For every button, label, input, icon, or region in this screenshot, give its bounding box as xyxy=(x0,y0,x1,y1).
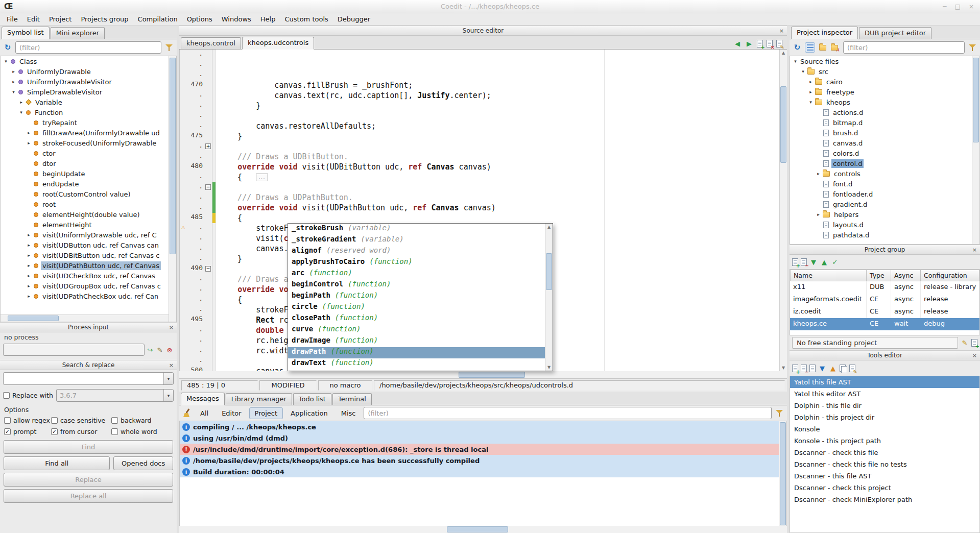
expander-icon[interactable]: ▾ xyxy=(3,59,9,64)
expander-icon[interactable]: ▸ xyxy=(26,232,32,237)
option-allow-regex[interactable]: allow regex xyxy=(4,417,51,424)
tree-item-uniformlydrawable[interactable]: ▸UniformlyDrawable xyxy=(1,66,169,77)
message-row[interactable]: !/usr/include/dmd/druntime/import/core/e… xyxy=(180,444,779,455)
tree-item-controls[interactable]: ▸controls xyxy=(790,168,972,179)
messages-vscrollbar[interactable] xyxy=(779,421,786,526)
menu-item-custom-tools[interactable]: Custom tools xyxy=(280,14,332,24)
add-source-icon[interactable] xyxy=(818,42,828,53)
scroll-up-icon[interactable]: ▲ xyxy=(780,50,787,56)
expander-icon[interactable]: ▸ xyxy=(10,69,17,74)
completion-item-strokebrush[interactable]: _strokeBrush(variable) xyxy=(288,224,545,235)
tree-item-function[interactable]: ▾Function xyxy=(1,107,169,117)
expander-icon[interactable]: ▸ xyxy=(807,79,814,84)
tree-item-endupdate[interactable]: endUpdate xyxy=(1,179,169,189)
project-row-imageformats-coedit[interactable]: imageformats.coeditCEasyncrelease xyxy=(790,294,979,306)
symbol-filter-options-icon[interactable] xyxy=(164,42,174,53)
tree-item-font-d[interactable]: font.d xyxy=(790,179,972,189)
code-line[interactable]: override void visit(UDPathButton udc, re… xyxy=(219,203,787,213)
checkbox[interactable]: ✓ xyxy=(51,428,58,435)
maximize-button[interactable]: □ xyxy=(955,3,961,10)
checkbox[interactable] xyxy=(51,417,58,424)
filter-project[interactable]: Project xyxy=(249,407,283,419)
folded-code-icon[interactable]: ... xyxy=(256,174,268,181)
tree-item-visit-udbitbutton-udc-ref-canvas-c[interactable]: ▸visit(UDBitButton udc, ref Canvas c xyxy=(1,250,169,260)
tree-item-beginupdate[interactable]: beginUpdate xyxy=(1,168,169,179)
tree-item-control-d[interactable]: control.d xyxy=(790,158,972,168)
completion-item-circle[interactable]: circle(function) xyxy=(288,302,545,313)
refresh-project-icon[interactable]: ↻ xyxy=(792,42,802,53)
tab-terminal[interactable]: Terminal xyxy=(332,393,372,405)
search-term-combo[interactable]: ▾ xyxy=(3,372,174,385)
tree-item-simpledrawablevisitor[interactable]: ▾SimpleDrawableVisitor xyxy=(1,87,169,97)
option-prompt[interactable]: ✓prompt xyxy=(4,428,51,435)
message-row[interactable]: iBuild duration: 00:00:04 xyxy=(180,466,779,477)
next-editor-icon[interactable]: ▶ xyxy=(745,39,753,47)
tool-item-konsole-this-project-path[interactable]: Konsole - this project path xyxy=(790,435,979,447)
expander-icon[interactable]: ▸ xyxy=(807,89,814,94)
tree-item-root[interactable]: root xyxy=(1,199,169,209)
message-row[interactable]: i/home/basile/dev/projects/kheops/kheops… xyxy=(180,455,779,466)
tree-item-filldrawarea-uniformlydrawable-ud[interactable]: ▸fillDrawArea(UniformlyDrawable ud xyxy=(1,128,169,138)
code-line[interactable]: } xyxy=(219,131,787,141)
column-header-async[interactable]: Async xyxy=(891,270,921,281)
kill-process-icon[interactable]: ⊗ xyxy=(165,346,174,354)
move-tool-up-icon[interactable]: ▲ xyxy=(829,364,837,372)
tab-dub-project-editor[interactable]: DUB project editor xyxy=(859,27,931,39)
move-project-up-icon[interactable]: ▲ xyxy=(820,258,828,266)
clone-tool-icon[interactable] xyxy=(840,365,847,372)
edit-free-project-icon[interactable]: ✎ xyxy=(961,339,969,347)
project-filter-input[interactable] xyxy=(843,41,965,54)
file-tree-vscrollbar[interactable] xyxy=(972,56,979,244)
completion-item-begincontrol[interactable]: beginControl(function) xyxy=(288,280,545,291)
editor-tab-kheops-control[interactable]: kheops.control xyxy=(181,37,241,49)
code-line[interactable] xyxy=(219,182,787,192)
code-line[interactable]: } xyxy=(219,101,787,111)
remove-tool-icon[interactable] xyxy=(801,365,807,372)
completion-item-alignof[interactable]: alignof(reserved word) xyxy=(288,246,545,257)
replace-with-checkbox[interactable] xyxy=(3,392,10,399)
edit-input-icon[interactable]: ✎ xyxy=(156,346,164,354)
menu-item-file[interactable]: File xyxy=(2,14,22,24)
remove-source-icon[interactable]: × xyxy=(830,42,841,53)
tree-view-toggle-icon[interactable] xyxy=(805,42,815,53)
fold-minus-icon[interactable]: − xyxy=(205,184,211,190)
tree-item-visit-uniformlydrawable-udc-ref-c[interactable]: ▸visit(UniformlyDrawable udc, ref C xyxy=(1,230,169,240)
column-header-name[interactable]: Name xyxy=(790,270,867,281)
expander-icon[interactable]: ▸ xyxy=(26,253,32,258)
project-row-x11[interactable]: x11DUBasyncrelease - library xyxy=(790,281,979,294)
tree-item-dtor[interactable]: dtor xyxy=(1,158,169,168)
symbol-tree-hscrollbar[interactable] xyxy=(1,314,169,322)
menu-item-projects-group[interactable]: Projects group xyxy=(76,14,133,24)
opened-docs-button[interactable]: Opened docs xyxy=(113,456,173,470)
tree-item-visit-udpathcheckbox-udc-ref-can[interactable]: ▸visit(UDPathCheckBox udc, ref Can xyxy=(1,291,169,301)
find-all-button[interactable]: Find all xyxy=(4,456,110,470)
tree-item-gradient-d[interactable]: gradient.d xyxy=(790,199,972,209)
edit-tool-icon[interactable] xyxy=(849,365,855,372)
tree-item-variable[interactable]: ▸Variable xyxy=(1,97,169,107)
completion-item-applybrushtocairo[interactable]: applyBrushToCairo(function) xyxy=(288,257,545,269)
code-line[interactable]: { xyxy=(219,213,787,223)
expander-icon[interactable]: ▾ xyxy=(807,100,814,105)
completion-item-closepath[interactable]: closePath(function) xyxy=(288,313,545,325)
close-tools-editor-icon[interactable]: × xyxy=(972,352,977,359)
completion-item-drawpath[interactable]: drawPath(function) xyxy=(288,347,545,358)
tree-item-visit-udcheckbox-udc-ref-canvas[interactable]: ▸visit(UDCheckBox udc, ref Canvas xyxy=(1,271,169,281)
close-document-icon[interactable] xyxy=(767,40,773,47)
code-line[interactable]: canvas.text(rc, udc.caption[], Justify.c… xyxy=(219,90,787,101)
clear-messages-icon[interactable] xyxy=(182,408,192,418)
symbol-tree-vscrollbar[interactable] xyxy=(169,56,176,322)
move-tool-down-icon[interactable]: ▼ xyxy=(818,364,826,372)
tree-item-class[interactable]: ▾Class xyxy=(1,56,169,66)
filter-misc[interactable]: Misc xyxy=(336,407,362,419)
code-line[interactable] xyxy=(219,141,787,152)
project-filter-options-icon[interactable] xyxy=(967,42,977,53)
add-free-project-icon[interactable] xyxy=(971,339,977,347)
tab-mini-explorer[interactable]: Mini explorer xyxy=(51,27,105,39)
send-input-icon[interactable]: ↪ xyxy=(146,346,154,354)
filter-editor[interactable]: Editor xyxy=(216,407,247,419)
tree-item-source-files[interactable]: ▾Source files xyxy=(790,56,972,66)
tool-item-dscanner-this-file-ast[interactable]: Dscanner - this file AST xyxy=(790,470,979,482)
menu-item-debugger[interactable]: Debugger xyxy=(333,14,375,24)
tree-item-ctor[interactable]: ctor xyxy=(1,148,169,158)
tree-item-visit-udpathbutton-udc-ref-canvas[interactable]: ▸visit(UDPathButton udc, ref Canvas xyxy=(1,260,169,271)
